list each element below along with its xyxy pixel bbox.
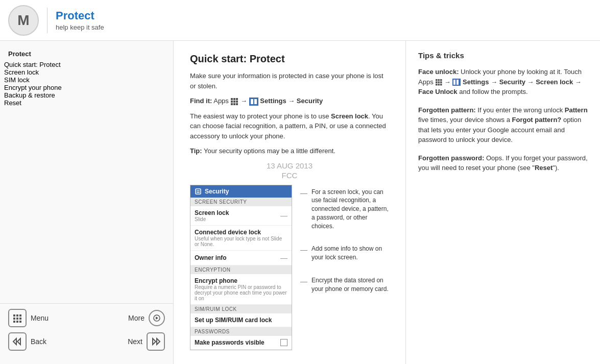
callout-dash-1: —: [300, 188, 307, 199]
phone-section-encryption: ENCRYPTION: [190, 265, 292, 274]
svg-rect-19: [233, 101, 235, 103]
checkbox-icon: [280, 339, 287, 346]
phone-screen: Security SCREEN SECURITY Screen lock Sli…: [190, 185, 292, 350]
svg-rect-38: [440, 84, 442, 86]
tips-panel: Tips & tricks Face unlock: Unlock your p…: [406, 41, 600, 364]
tip-text: Your security options may be a little di…: [204, 147, 335, 155]
svg-rect-33: [436, 82, 438, 84]
phone-section-passwords: PASSWORDS: [190, 327, 292, 336]
svg-rect-8: [19, 321, 21, 323]
tip-face-unlock-title: Face unlock:: [418, 68, 459, 76]
svg-rect-40: [453, 80, 455, 85]
sidebar-section-title[interactable]: Protect: [4, 49, 169, 59]
phone-item-screen-lock[interactable]: Screen lock Slide —: [190, 206, 292, 226]
callout-2: — Add some info to show on your lock scr…: [300, 245, 389, 262]
svg-rect-0: [13, 314, 15, 317]
svg-rect-31: [438, 79, 440, 81]
svg-rect-2: [19, 314, 21, 317]
sidebar-nav-item-0[interactable]: Quick start: Protect: [4, 61, 169, 68]
svg-rect-36: [436, 84, 438, 86]
next-icon: [147, 332, 165, 351]
svg-rect-22: [233, 103, 235, 105]
watermark-fcc: FCC: [190, 171, 389, 180]
svg-rect-16: [233, 98, 235, 100]
center-title: Quick start: Protect: [190, 53, 389, 65]
svg-rect-17: [236, 98, 238, 100]
motorola-logo: M: [8, 5, 39, 36]
find-it-label: Find it:: [190, 97, 212, 105]
svg-rect-25: [251, 99, 253, 104]
sidebar-nav-item-1[interactable]: Screen lock: [4, 68, 169, 76]
header-text: Protect help keep it safe: [56, 9, 104, 31]
center-body: The easiest way to protect your phone is…: [190, 111, 389, 141]
tip-forgotten-password-title: Forgotten password:: [418, 154, 484, 162]
sidebar-nav-item-3[interactable]: Encrypt your phone: [4, 84, 169, 91]
back-button[interactable]: Back: [8, 331, 46, 352]
logo-letter: M: [17, 12, 29, 29]
sidebar-nav-item-4[interactable]: Backup & restore: [4, 91, 169, 99]
sidebar-nav-item-5[interactable]: Reset: [4, 99, 169, 107]
svg-rect-24: [249, 98, 258, 106]
center-panel: Quick start: Protect Make sure your info…: [174, 41, 406, 364]
svg-rect-20: [236, 101, 238, 103]
svg-rect-27: [196, 189, 201, 194]
phone-item-connected-lock[interactable]: Connected device lock Useful when your l…: [190, 226, 292, 251]
tip-item-face-unlock: Face unlock: Unlock your phone by lookin…: [418, 67, 588, 97]
center-intro: Make sure your information is protected …: [190, 71, 389, 91]
svg-rect-28: [197, 190, 200, 191]
menu-more-row: Menu More: [8, 308, 165, 328]
more-icon: [149, 310, 165, 326]
arrow-icon-2: —: [280, 254, 287, 262]
center-tip: Tip: Your security options may be a litt…: [190, 146, 389, 156]
watermark-date: 13 AUG 2013: [190, 161, 389, 170]
more-button[interactable]: More: [128, 309, 165, 327]
find-it: Find it: Apps → Settings → Security: [190, 96, 389, 106]
next-label: Next: [128, 337, 142, 346]
sidebar-nav-item-2[interactable]: SIM lock: [4, 76, 169, 84]
callout-dash-3: —: [300, 277, 307, 287]
svg-rect-4: [16, 318, 18, 320]
sidebar-bottom: Menu More: [0, 303, 173, 356]
callout-1: — For a screen lock, you can use facial …: [300, 188, 389, 231]
svg-rect-1: [16, 314, 18, 317]
tips-title: Tips & tricks: [418, 51, 588, 60]
next-button[interactable]: Next: [128, 331, 165, 352]
menu-button[interactable]: Menu: [8, 308, 49, 328]
back-label: Back: [31, 337, 46, 346]
svg-rect-30: [436, 79, 438, 81]
svg-rect-32: [440, 79, 442, 81]
callout-text-2: Add some info to show on your lock scree…: [311, 245, 389, 262]
callout-text-3: Encrypt the data stored on your phone or…: [311, 276, 389, 294]
watermark: 13 AUG 2013 FCC: [190, 161, 389, 180]
callout-text-1: For a screen lock, you can use facial re…: [311, 188, 389, 231]
svg-rect-34: [438, 82, 440, 84]
phone-item-owner-info[interactable]: Owner info —: [190, 251, 292, 265]
svg-marker-13: [153, 338, 156, 345]
page-subtitle: help keep it safe: [56, 23, 104, 31]
phone-title: Security: [205, 188, 229, 195]
svg-rect-21: [231, 103, 233, 105]
svg-rect-15: [231, 98, 233, 100]
svg-rect-18: [231, 101, 233, 103]
svg-marker-14: [157, 338, 160, 345]
tip-forgotten-pattern-title: Forgotten pattern:: [418, 106, 476, 114]
more-label: More: [128, 314, 145, 322]
svg-rect-26: [254, 99, 257, 104]
svg-rect-7: [16, 321, 18, 323]
main-content: Protect Quick start: ProtectScreen lockS…: [0, 41, 600, 364]
header-divider: [47, 8, 47, 33]
svg-rect-35: [440, 82, 442, 84]
phone-item-encrypt[interactable]: Encrypt phone Require a numeric PIN or p…: [190, 274, 292, 305]
menu-icon: [8, 309, 27, 327]
callout-dash-2: —: [300, 245, 307, 255]
page-title: Protect: [56, 9, 104, 22]
callout-lines: — For a screen lock, you can use facial …: [300, 185, 389, 350]
menu-label: Menu: [31, 314, 49, 322]
phone-item-passwords[interactable]: Make passwords visible: [190, 336, 292, 350]
tip-label: Tip:: [190, 147, 202, 155]
phone-section-screen-security: SCREEN SECURITY: [190, 198, 292, 206]
phone-item-sim[interactable]: Set up SIM/RUIM card lock: [190, 313, 292, 327]
svg-rect-41: [457, 80, 459, 85]
svg-rect-3: [13, 318, 15, 320]
sidebar-nav: Protect: [0, 49, 173, 59]
